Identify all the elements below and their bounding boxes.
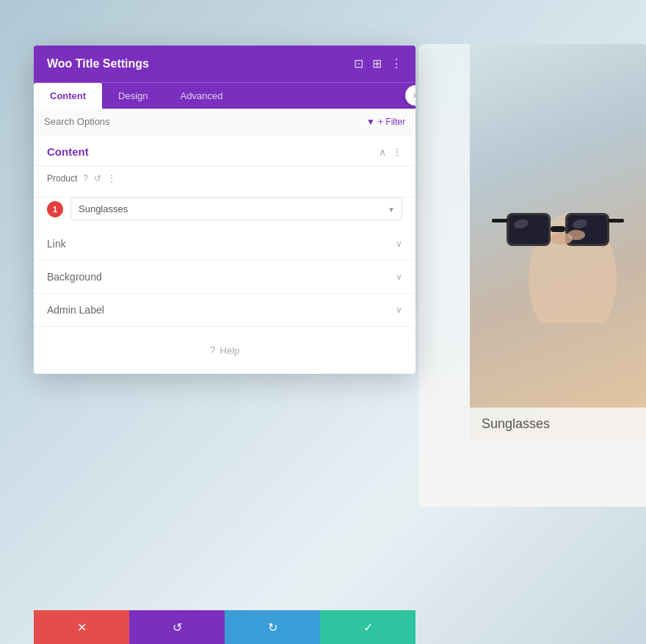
background-section-header[interactable]: Background ∨ [34,261,415,293]
product-image-title: Sunglasses [482,416,550,431]
resize-icon[interactable]: ⊡ [354,58,363,70]
more-vertical-icon[interactable]: ⋮ [391,58,402,70]
cancel-button[interactable]: ✕ [34,610,129,644]
svg-rect-3 [551,226,565,232]
svg-point-11 [567,230,585,240]
filter-icon: ▼ [366,117,375,127]
background-section: Background ∨ [34,261,415,294]
section-header-right: ∧ ⋮ [379,146,402,158]
product-title-overlay: Sunglasses [470,408,646,441]
svg-rect-8 [492,219,508,222]
product-help-icon[interactable]: ? [83,173,88,184]
svg-rect-2 [509,215,548,244]
product-image-area: Sunglasses [418,44,646,507]
panel-title: Woo Title Settings [47,57,149,70]
tab-advanced[interactable]: Advanced [164,83,239,109]
panel-body: Content ∧ ⋮ Product ? ↺ ⋮ 1 Sunglasses ▼ [34,135,415,374]
product-image-inner: Sunglasses [470,44,646,441]
close-icon: × [413,90,415,101]
undo-button[interactable]: ↺ [129,610,225,644]
step-indicator: 1 [47,201,63,217]
help-section: ? Help [34,327,415,374]
save-button[interactable]: ✓ [320,610,415,644]
sunglasses-illustration [470,44,646,441]
help-label[interactable]: Help [220,345,240,356]
redo-button[interactable]: ↻ [225,610,320,644]
settings-panel: Woo Title Settings ⊡ ⊞ ⋮ Content Design … [34,46,415,374]
svg-rect-9 [608,219,624,222]
product-more-icon[interactable]: ⋮ [107,173,116,184]
product-label: Product [47,173,77,184]
link-collapse-icon: ∨ [396,239,402,249]
link-section: Link ∨ [34,228,415,261]
cancel-icon: ✕ [77,621,87,634]
product-select[interactable]: Sunglasses [70,198,402,220]
link-section-header[interactable]: Link ∨ [34,228,415,260]
content-section-header: Content ∧ ⋮ [34,135,415,166]
save-icon: ✓ [363,621,373,634]
select-wrapper: Sunglasses ▼ [70,198,402,220]
admin-label-section-label: Admin Label [47,304,104,316]
columns-icon[interactable]: ⊞ [372,58,382,70]
content-section-title: Content [47,145,89,158]
product-reset-icon[interactable]: ↺ [94,173,101,184]
search-bar: ▼ + Filter [34,109,415,135]
product-row: Product ? ↺ ⋮ [34,166,415,198]
redo-icon: ↻ [268,621,277,634]
tab-design[interactable]: Design [102,83,164,109]
product-label-row: Product ? ↺ ⋮ [47,173,402,184]
action-bar: ✕ ↺ ↻ ✓ [34,610,415,644]
tabs-close-wrapper: Content Design Advanced × [34,82,415,109]
tab-content[interactable]: Content [34,83,102,109]
panel-header-icons: ⊡ ⊞ ⋮ [354,58,402,70]
help-icon: ? [210,344,216,356]
filter-button[interactable]: ▼ + Filter [366,117,405,127]
panel-header: Woo Title Settings ⊡ ⊞ ⋮ [34,46,415,82]
panel-tabs: Content Design Advanced [34,82,415,109]
collapse-icon[interactable]: ∧ [379,146,386,158]
admin-label-section: Admin Label ∨ [34,294,415,327]
section-more-icon[interactable]: ⋮ [392,146,402,158]
sunglasses-svg [492,162,624,323]
admin-label-collapse-icon: ∨ [396,305,402,315]
select-field-row: 1 Sunglasses ▼ [34,198,415,228]
undo-icon: ↺ [173,621,182,634]
background-collapse-icon: ∨ [396,272,402,282]
admin-label-section-header[interactable]: Admin Label ∨ [34,294,415,326]
search-input[interactable] [44,116,366,127]
background-section-label: Background [47,271,102,283]
link-section-label: Link [47,238,66,250]
